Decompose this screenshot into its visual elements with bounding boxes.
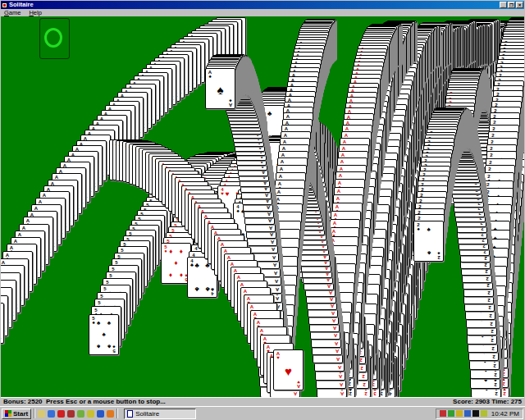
network-tray-icon (464, 410, 471, 417)
antivirus-tray-icon (440, 410, 446, 417)
taskbar-divider (34, 409, 35, 418)
restore-button[interactable]: ❐ (508, 2, 515, 8)
menu-item-help[interactable]: Help (29, 9, 41, 16)
show-desktop-icon[interactable] (38, 410, 45, 418)
stock-ring-icon (44, 28, 62, 48)
orange-browser-icon[interactable] (107, 410, 114, 418)
start-button-label: Start (13, 410, 28, 418)
power-tray-icon (481, 410, 487, 417)
window-title: Solitaire (9, 1, 34, 9)
media-app-icon[interactable] (77, 410, 84, 418)
titlebar[interactable]: Solitaire _ ❐ ✕ (1, 1, 524, 9)
solitaire-app-icon (2, 2, 7, 8)
stock-pile-empty[interactable] (39, 18, 70, 59)
playfield[interactable]: 5♠5♠♠♠♠♠♠5♠5♠♠♠♠♠♠5♠5♠♠♠♠♠♠5♠5♠♠♠♠♠♠5♠5♠… (1, 16, 524, 397)
taskbar-item-label: Solitaire (135, 410, 159, 418)
tray-icons (440, 410, 487, 417)
mail-app-icon[interactable] (67, 410, 75, 418)
status-bar: Bonus: 2520 Press Esc or a mouse button … (1, 397, 524, 406)
start-button[interactable]: Start (2, 409, 31, 419)
taskbar: Start Solitaire 10:42 PM (0, 406, 525, 420)
display-tray-icon (472, 410, 479, 417)
quick-launch-bar (38, 410, 114, 418)
menubar: GameHelp (1, 9, 524, 16)
close-button[interactable]: ✕ (516, 2, 523, 8)
browser-globe-icon[interactable] (48, 410, 55, 418)
card-2-spades: 2♠2♠♠♠ (413, 221, 444, 262)
red-ring-app-icon[interactable] (57, 410, 65, 418)
system-tray: 10:42 PM (436, 409, 523, 419)
messenger-app-icon[interactable] (97, 410, 104, 418)
minimize-button[interactable]: _ (500, 2, 507, 8)
desktop: Solitaire _ ❐ ✕ GameHelp 5♠5♠♠♠♠♠♠5♠5♠♠♠… (0, 0, 525, 420)
windows-flag-icon (5, 410, 11, 417)
taskbar-clock[interactable]: 10:42 PM (491, 410, 519, 418)
card-A-clubs: A♣A♣♣ (1, 303, 4, 344)
card-A-hearts: A♥A♥♥ (273, 349, 304, 390)
volume-tray-icon (456, 410, 463, 417)
taskbar-divider (116, 409, 118, 418)
solitaire-task-icon (127, 410, 133, 418)
taskbar-item-solitaire[interactable]: Solitaire (124, 409, 196, 419)
card-A-spades: A♠A♠♠ (205, 68, 235, 109)
settings-app-icon[interactable] (87, 410, 94, 418)
scheduler-tray-icon (448, 410, 454, 417)
menu-item-game[interactable]: Game (4, 9, 21, 16)
status-bonus-message: Bonus: 2520 Press Esc or a mouse button … (1, 398, 166, 406)
status-score-time: Score: 2903 Time: 275 (453, 398, 524, 406)
card-5-spades: 5♠5♠♠♠♠♠♠ (89, 314, 119, 355)
